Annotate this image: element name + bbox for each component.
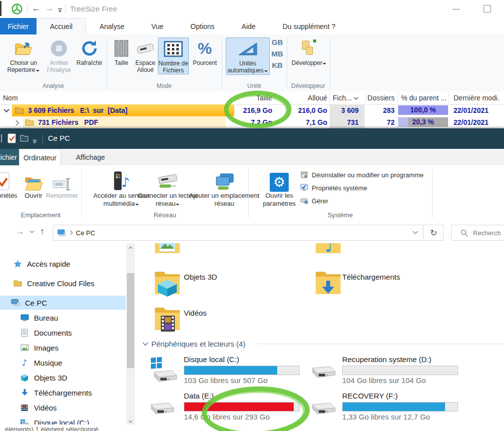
tile-label[interactable]: Téléchargements (342, 273, 400, 281)
back-button[interactable]: ← (31, 3, 41, 14)
col-alloue[interactable]: Alloué (280, 94, 327, 102)
folder-tile-images[interactable] (153, 243, 182, 258)
maximize-button[interactable] (484, 5, 491, 12)
address-dropdown-icon[interactable] (413, 231, 418, 235)
forward-button[interactable]: → (16, 227, 24, 237)
up-button[interactable]: ↑ (40, 226, 44, 237)
open-settings-button[interactable]: ⚙ Ouvrir les paramètres (258, 169, 301, 208)
col-nom[interactable]: Nom (3, 94, 18, 102)
treesize-table-header[interactable]: Nom Taille Alloué Fich... Dossiers % du … (0, 91, 504, 105)
properties-button[interactable]: Propriétés (0, 169, 19, 200)
sidebar-item-objets-3d[interactable]: Objets 3D (0, 371, 126, 385)
refresh-button[interactable]: ↻ (424, 225, 444, 241)
tab-ordinateur[interactable]: Ordinateur (19, 149, 61, 166)
tab-vue[interactable]: Vue (138, 18, 177, 34)
row-name[interactable]: 731 Fichiers PDF (38, 118, 98, 126)
mode-size-button[interactable]: Taille (110, 37, 133, 66)
folder-icon (13, 279, 22, 288)
chevron-down-icon (264, 67, 268, 74)
tab-affichage[interactable]: Affichage (67, 149, 113, 165)
explorer-titlebar: Ce PC (0, 128, 504, 149)
system-properties-item[interactable]: Propriétés système (300, 182, 367, 193)
drive-name[interactable]: Disque local (C:) (184, 355, 239, 364)
objects-3d-folder-icon (153, 269, 182, 298)
drive-name[interactable]: Data (E:) (184, 392, 214, 400)
open-button[interactable]: Ouvrir (22, 169, 45, 200)
scroll-up-arrow[interactable] (126, 243, 135, 252)
history-dropdown-icon[interactable] (29, 230, 34, 234)
table-row[interactable]: 731 Fichiers PDF 7,2 Go 7,1 Go 731 72 20… (0, 116, 504, 128)
develop-button[interactable]: Développer (291, 37, 328, 67)
sidebar-item-videos[interactable]: Vidéos (0, 401, 126, 415)
breadcrumb[interactable]: Ce PC (76, 229, 95, 237)
drive-name[interactable]: RECOVERY (F:) (342, 392, 398, 400)
properties-quick-icon[interactable] (7, 133, 16, 145)
col-modified[interactable]: Dernière modi. (454, 94, 500, 102)
col-dossiers[interactable]: Dossiers (350, 94, 395, 102)
refresh-button[interactable]: Rafraîchir (74, 37, 105, 66)
unit-options[interactable]: GB MB KB (271, 36, 284, 71)
mode-file-count-button[interactable]: Nombre de Fichiers (158, 37, 189, 74)
add-network-location-button[interactable]: Ajouter un emplacement réseau (184, 169, 265, 208)
forward-button[interactable]: → (44, 3, 54, 14)
sidebar-item-telechargements[interactable]: Téléchargements (0, 386, 126, 400)
sidebar-item-ce-pc[interactable]: Ce PC (0, 296, 126, 310)
chevron-down-icon (35, 67, 40, 74)
sidebar-item-quick-access[interactable]: Accès rapide (0, 257, 126, 271)
section-header[interactable]: Périphériques et lecteurs (4) (151, 340, 245, 348)
sidebar-item-images[interactable]: Images (0, 341, 126, 355)
minimize-button[interactable]: — (449, 4, 464, 12)
drive-tile-d[interactable] (308, 362, 339, 385)
tile-label[interactable]: Objets 3D (184, 273, 217, 281)
drive-tile-f[interactable] (308, 399, 339, 422)
mode-allocated-button[interactable]: Espace Alloué (134, 37, 157, 73)
folder-tile-videos[interactable] (153, 305, 182, 336)
search-box[interactable]: Recherch (451, 225, 504, 241)
titlebar-dropdown-icon[interactable] (32, 137, 37, 146)
sidebar-label: Objets 3D (34, 374, 67, 382)
sidebar-label: Images (34, 344, 58, 352)
sidebar-item-musique[interactable]: ♪ Musique (0, 356, 126, 370)
tab-analyse[interactable]: Analyse (86, 18, 138, 34)
folder-tile-musique[interactable]: ♪ (314, 243, 343, 258)
scrollbar-thumb[interactable] (127, 273, 134, 368)
tab-aide[interactable]: Aide (228, 18, 269, 34)
address-bar[interactable]: Ce PC (53, 225, 424, 241)
section-chevron-icon[interactable] (142, 342, 148, 346)
choose-directory-button[interactable]: Choisir un Répertoire (4, 37, 43, 74)
col-taille[interactable]: Taille (224, 94, 272, 102)
folder-tile-telechargements[interactable] (314, 269, 343, 300)
manage-item[interactable]: Gérer (300, 195, 328, 206)
screen: ← → TreeSize Free — Fichier Accueil Anal… (0, 0, 504, 431)
tile-label[interactable]: Vidéos (184, 309, 207, 317)
mode-percent-button[interactable]: % Pourcent (191, 37, 219, 66)
tab-accueil[interactable]: Accueil (36, 18, 86, 34)
group-divider (287, 37, 287, 89)
properties-icon (0, 169, 19, 192)
film-icon (20, 403, 29, 412)
row-name[interactable]: 3 609 Fichiers E:\ sur [Data] (28, 106, 127, 114)
tab-supplement[interactable]: Du supplément ? (269, 18, 349, 34)
drive-name[interactable]: Recuperation systeme (D:) (342, 355, 431, 364)
button-label: Espace Alloué (135, 59, 155, 73)
quick-access-dropdown[interactable] (57, 6, 63, 15)
folder-tile-objets-3d[interactable] (153, 269, 182, 300)
drive-usage-fill (184, 366, 277, 375)
sidebar-item-documents[interactable]: Documents (0, 326, 126, 340)
sidebar-item-creative-cloud[interactable]: Creative Cloud Files (0, 276, 126, 290)
sidebar-scrollbar[interactable] (126, 243, 135, 426)
videos-folder-icon (153, 305, 182, 334)
sidebar-item-bureau[interactable]: Bureau (0, 311, 126, 325)
drive-tile-c[interactable] (147, 357, 178, 385)
table-row[interactable]: 3 609 Fichiers E:\ sur [Data] 216,9 Go 2… (0, 104, 504, 116)
collapse-chevron-icon[interactable] (15, 120, 19, 126)
folder-quick-icon[interactable] (20, 134, 28, 144)
expand-chevron-icon[interactable] (3, 108, 9, 113)
col-percent[interactable]: % du parent ... (401, 94, 447, 102)
tab-fichier[interactable]: Fichier (0, 18, 36, 34)
auto-units-button[interactable]: Unités automatiques (226, 37, 270, 75)
tab-options[interactable]: Options (177, 18, 228, 34)
button-label: Nombre de Fichiers (158, 60, 188, 74)
uninstall-program-item[interactable]: Désinstaller ou modifier un programme (300, 169, 424, 180)
drive-tile-e[interactable] (147, 399, 178, 422)
